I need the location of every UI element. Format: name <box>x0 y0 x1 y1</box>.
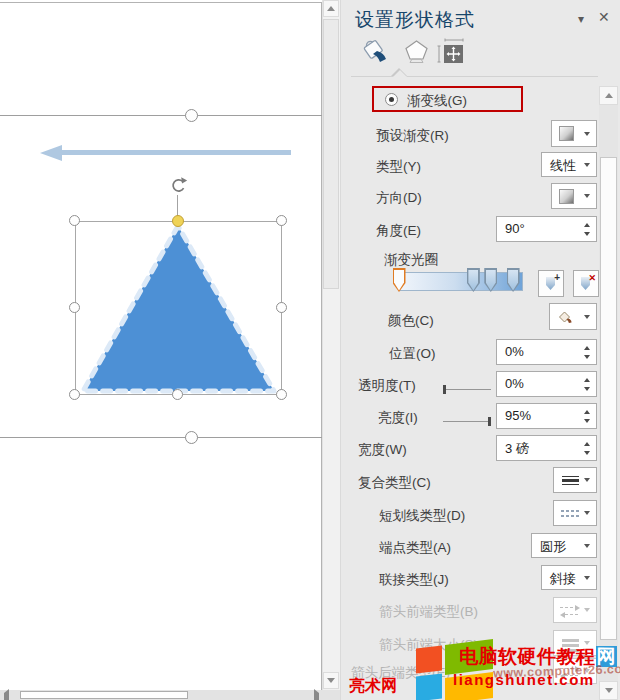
dash-type-dropdown[interactable] <box>553 500 597 526</box>
gradient-stop[interactable] <box>393 268 406 292</box>
cap-type-label: 端点类型(A) <box>379 539 451 557</box>
tab-divider <box>351 76 598 77</box>
canvas-scroll-down-button[interactable] <box>323 672 339 689</box>
spin-down-icon[interactable] <box>584 419 590 423</box>
gradient-swatch-icon <box>559 189 574 204</box>
canvas-scroll-left-button[interactable] <box>4 693 9 700</box>
arrow-begin-type-label: 箭头前端类型(B) <box>379 603 478 621</box>
chevron-down-icon <box>584 608 590 612</box>
chevron-down-icon <box>584 478 590 482</box>
transparency-slider-track[interactable] <box>443 389 491 390</box>
site-domain: liangshunet.com <box>453 671 595 688</box>
type-label: 类型(Y) <box>376 158 421 176</box>
resize-handle-bottom-mid[interactable] <box>172 389 183 400</box>
rotate-handle-icon[interactable] <box>169 176 188 195</box>
gradient-stop-icon <box>581 277 590 290</box>
pane-collapse-icon[interactable]: ▾ <box>578 12 584 26</box>
transparency-slider-thumb[interactable] <box>443 385 446 394</box>
join-type-dropdown[interactable]: 斜接 <box>541 565 597 590</box>
brightness-slider-thumb[interactable] <box>488 417 491 426</box>
join-type-value: 斜接 <box>550 570 576 588</box>
arrow-up-icon <box>605 93 613 98</box>
spin-down-icon[interactable] <box>584 232 590 236</box>
spin-up-icon[interactable] <box>584 378 590 382</box>
spin-up-icon[interactable] <box>584 346 590 350</box>
gradient-stop[interactable] <box>507 268 520 292</box>
close-icon[interactable]: ✕ <box>598 9 610 25</box>
canvas-scroll-up-button[interactable] <box>323 0 339 17</box>
transparency-spinner[interactable]: 0% <box>496 371 597 397</box>
brightness-spinner[interactable]: 95% <box>496 403 597 429</box>
color-dropdown[interactable] <box>549 303 597 330</box>
resize-handle-bottom-right[interactable] <box>276 389 287 400</box>
gradient-line-radio[interactable] <box>385 93 398 106</box>
remove-gradient-stop-button[interactable] <box>573 270 599 297</box>
document-canvas[interactable] <box>0 0 340 700</box>
chevron-down-icon <box>584 511 590 515</box>
gradient-stop[interactable] <box>484 268 497 292</box>
resize-handle-bottom-left[interactable] <box>69 389 80 400</box>
paint-bucket-icon[interactable] <box>360 37 390 64</box>
logo-pane-blue <box>416 673 442 700</box>
outer-selection-top-line <box>0 115 322 116</box>
chevron-down-icon <box>584 132 590 136</box>
pentagon-icon[interactable] <box>403 39 430 64</box>
resize-handle-top-left[interactable] <box>69 215 80 226</box>
width-spinner[interactable]: 3 磅 <box>496 435 597 461</box>
gradient-swatch-icon <box>559 126 574 141</box>
angle-value: 90° <box>505 221 525 236</box>
preset-gradient-dropdown[interactable] <box>551 120 597 147</box>
angle-label: 角度(E) <box>376 222 421 240</box>
spin-down-icon[interactable] <box>584 387 590 391</box>
outer-selection-top-handle[interactable] <box>185 109 198 122</box>
brightness-value: 95% <box>505 408 531 423</box>
outer-selection-bottom-handle[interactable] <box>185 431 198 444</box>
site-short-name: 亮术网 <box>349 676 397 697</box>
angle-spinner[interactable]: 90° <box>496 216 597 242</box>
spin-up-icon[interactable] <box>584 442 590 446</box>
direction-label: 方向(D) <box>376 189 422 207</box>
arrow-down-icon <box>327 678 335 683</box>
format-shape-pane: 设置形状格式 ▾ ✕ 渐 <box>340 0 620 700</box>
canvas-vscroll-thumb[interactable] <box>323 19 339 289</box>
spin-up-icon[interactable] <box>584 223 590 227</box>
chevron-down-icon <box>584 163 590 167</box>
arrow-shape-head[interactable] <box>40 145 62 161</box>
triangle-shape[interactable] <box>70 217 286 398</box>
position-label: 位置(O) <box>389 345 436 363</box>
brightness-slider-track[interactable] <box>443 421 491 422</box>
spin-down-icon[interactable] <box>584 451 590 455</box>
compound-type-dropdown[interactable] <box>553 467 597 493</box>
canvas-scroll-right-button[interactable] <box>314 693 319 700</box>
spin-up-icon[interactable] <box>584 410 590 414</box>
resize-handle-top-right[interactable] <box>276 215 287 226</box>
resize-handle-mid-right[interactable] <box>276 302 287 313</box>
pane-scroll-down-button[interactable] <box>599 681 618 700</box>
compound-type-label: 复合类型(C) <box>358 474 431 492</box>
arrow-shape-shaft[interactable] <box>60 150 291 155</box>
gradient-stop[interactable] <box>467 268 480 292</box>
adjust-handle[interactable] <box>172 215 184 227</box>
cap-type-dropdown[interactable]: 圆形 <box>531 533 597 558</box>
type-dropdown[interactable]: 线性 <box>541 152 597 177</box>
position-value: 0% <box>505 344 524 359</box>
preset-gradient-label: 预设渐变(R) <box>376 127 449 145</box>
pane-scrollbar-thumb[interactable] <box>600 157 617 640</box>
app-window: 设置形状格式 ▾ ✕ 渐 <box>0 0 620 700</box>
compound-line-icon <box>562 476 579 485</box>
gradient-stops <box>399 268 523 298</box>
pane-scroll-up-button[interactable] <box>599 86 618 105</box>
gradient-line-radio-label: 渐变线(G) <box>407 92 467 110</box>
gradient-stops-label: 渐变光圈 <box>384 251 438 269</box>
arrow-right-icon <box>314 689 319 700</box>
width-label: 宽度(W) <box>358 441 407 459</box>
spin-down-icon[interactable] <box>584 355 590 359</box>
width-value: 3 磅 <box>505 440 529 458</box>
position-spinner[interactable]: 0% <box>496 339 597 365</box>
resize-handle-mid-left[interactable] <box>69 302 80 313</box>
direction-dropdown[interactable] <box>551 183 597 209</box>
canvas-hscroll-thumb[interactable] <box>20 691 188 699</box>
add-gradient-stop-button[interactable] <box>538 270 564 297</box>
size-properties-icon[interactable] <box>437 38 466 64</box>
cap-type-value: 圆形 <box>540 538 566 556</box>
